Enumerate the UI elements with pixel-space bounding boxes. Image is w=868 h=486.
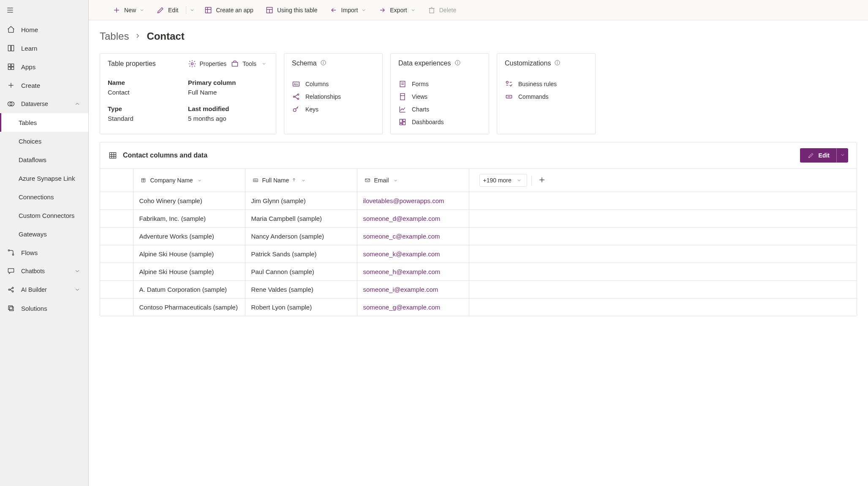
link-dashboards[interactable]: Dashboards xyxy=(398,118,481,126)
cmd-export[interactable]: Export xyxy=(373,3,420,18)
link-relationships[interactable]: Relationships xyxy=(292,92,375,101)
cell-fullname[interactable]: Jim Glynn (sample) xyxy=(245,192,357,210)
nav-dataflows[interactable]: Dataflows xyxy=(0,150,88,169)
mail-icon xyxy=(363,176,372,185)
cell-email[interactable]: someone_g@example.com xyxy=(357,299,469,316)
cell-email[interactable]: someone_h@example.com xyxy=(357,263,469,281)
table-row[interactable]: A. Datum Corporation (sample)Rene Valdes… xyxy=(100,281,857,299)
nav-dataverse[interactable]: Dataverse xyxy=(0,95,88,113)
cell-email[interactable]: someone_c@example.com xyxy=(357,228,469,245)
nav-learn[interactable]: Learn xyxy=(0,39,88,57)
nav-home[interactable]: Home xyxy=(0,20,88,39)
col-header-email[interactable]: Email xyxy=(357,169,469,192)
cell-company[interactable]: Fabrikam, Inc. (sample) xyxy=(133,210,245,228)
nav-apps[interactable]: Apps xyxy=(0,57,88,76)
nav-ai-builder[interactable]: AI Builder xyxy=(0,280,88,299)
breadcrumb-root[interactable]: Tables xyxy=(100,30,129,42)
cell-company[interactable]: Coho Winery (sample) xyxy=(133,192,245,210)
row-selector[interactable] xyxy=(100,263,133,281)
cell-fullname[interactable]: Paul Cannon (sample) xyxy=(245,263,357,281)
cell-company[interactable]: A. Datum Corporation (sample) xyxy=(133,281,245,299)
command-bar: New Edit Create an app Using this table xyxy=(89,0,868,20)
email-link[interactable]: someone_h@example.com xyxy=(363,268,441,275)
cell-company[interactable]: Contoso Pharmaceuticals (sample) xyxy=(133,299,245,316)
table-row[interactable]: Contoso Pharmaceuticals (sample)Robert L… xyxy=(100,299,857,316)
link-views[interactable]: Views xyxy=(398,92,481,101)
table-row[interactable]: Alpine Ski House (sample)Patrick Sands (… xyxy=(100,245,857,263)
row-selector[interactable] xyxy=(100,192,133,210)
info-icon[interactable] xyxy=(451,60,461,67)
hamburger-button[interactable] xyxy=(0,0,88,20)
info-icon[interactable] xyxy=(551,60,561,67)
link-keys[interactable]: Keys xyxy=(292,105,375,114)
nav-label: Home xyxy=(21,26,38,33)
cmd-using-table[interactable]: Using this table xyxy=(260,3,323,18)
cmd-new[interactable]: New xyxy=(107,3,150,18)
cell-fullname[interactable]: Rene Valdes (sample) xyxy=(245,281,357,299)
cell-company[interactable]: Alpine Ski House (sample) xyxy=(133,245,245,263)
row-selector[interactable] xyxy=(100,299,133,316)
cmd-create-app[interactable]: Create an app xyxy=(199,3,258,18)
cell-fullname[interactable]: Robert Lyon (sample) xyxy=(245,299,357,316)
email-link[interactable]: someone_d@example.com xyxy=(363,215,441,222)
nav-choices[interactable]: Choices xyxy=(0,132,88,150)
email-link[interactable]: someone_i@example.com xyxy=(363,286,438,293)
link-charts[interactable]: Charts xyxy=(398,105,481,114)
nav-chatbots[interactable]: Chatbots xyxy=(0,262,88,280)
cell-email[interactable]: someone_d@example.com xyxy=(357,210,469,228)
email-link[interactable]: someone_k@example.com xyxy=(363,250,440,258)
data-grid: Company Name Full Name xyxy=(100,168,857,316)
prop-name-label: Name xyxy=(108,79,188,86)
cell-company[interactable]: Adventure Works (sample) xyxy=(133,228,245,245)
action-tools[interactable]: Tools xyxy=(231,60,268,68)
nav-custom-connectors[interactable]: Custom Connectors xyxy=(0,206,88,225)
cmd-edit-dropdown[interactable] xyxy=(189,4,197,16)
chat-icon xyxy=(7,267,15,275)
nav-gateways[interactable]: Gateways xyxy=(0,225,88,243)
table-row[interactable]: Fabrikam, Inc. (sample)Maria Campbell (s… xyxy=(100,210,857,228)
row-selector[interactable] xyxy=(100,245,133,263)
add-column-button[interactable] xyxy=(531,176,546,185)
cell-company[interactable]: Alpine Ski House (sample) xyxy=(133,263,245,281)
cell-fullname[interactable]: Patrick Sands (sample) xyxy=(245,245,357,263)
link-commands[interactable]: Commands xyxy=(505,92,588,101)
cell-fullname[interactable]: Nancy Anderson (sample) xyxy=(245,228,357,245)
row-selector[interactable] xyxy=(100,281,133,299)
email-link[interactable]: someone_g@example.com xyxy=(363,304,441,311)
layers-icon xyxy=(7,304,15,312)
cell-email[interactable]: someone_k@example.com xyxy=(357,245,469,263)
link-forms[interactable]: Forms xyxy=(398,80,481,88)
cell-email[interactable]: ilovetables@powerapps.com xyxy=(357,192,469,210)
row-selector[interactable] xyxy=(100,228,133,245)
nav-tables[interactable]: Tables xyxy=(0,113,88,132)
col-header-fullname[interactable]: Full Name xyxy=(245,169,357,192)
table-row[interactable]: Coho Winery (sample)Jim Glynn (sample)il… xyxy=(100,192,857,210)
row-selector-header[interactable] xyxy=(100,169,133,192)
edit-dropdown[interactable] xyxy=(836,148,848,163)
action-properties[interactable]: Properties xyxy=(188,60,227,68)
nav-solutions[interactable]: Solutions xyxy=(0,299,88,318)
nav-flows[interactable]: Flows xyxy=(0,243,88,262)
cell-fullname[interactable]: Maria Campbell (sample) xyxy=(245,210,357,228)
col-header-company[interactable]: Company Name xyxy=(133,169,245,192)
cmd-import[interactable]: Import xyxy=(324,3,372,18)
nav-connections[interactable]: Connections xyxy=(0,187,88,206)
cell-email[interactable]: someone_i@example.com xyxy=(357,281,469,299)
email-link[interactable]: someone_c@example.com xyxy=(363,233,440,240)
link-columns[interactable]: Columns xyxy=(292,80,375,88)
cmd-label: Create an app xyxy=(216,7,253,14)
edit-button[interactable]: Edit xyxy=(800,148,836,163)
info-icon[interactable] xyxy=(317,60,327,67)
row-selector[interactable] xyxy=(100,210,133,228)
link-business-rules[interactable]: Business rules xyxy=(505,80,588,88)
nav-create[interactable]: Create xyxy=(0,76,88,95)
prop-modified-value: 5 months ago xyxy=(188,115,268,122)
nav-synapse[interactable]: Azure Synapse Link xyxy=(0,169,88,187)
table-row[interactable]: Alpine Ski House (sample)Paul Cannon (sa… xyxy=(100,263,857,281)
more-columns-button[interactable]: +190 more xyxy=(479,174,527,187)
email-link[interactable]: ilovetables@powerapps.com xyxy=(363,197,444,204)
table-row[interactable]: Adventure Works (sample)Nancy Anderson (… xyxy=(100,228,857,245)
cmd-edit[interactable]: Edit xyxy=(151,3,183,18)
chevron-down-icon xyxy=(515,176,523,185)
link-label: Relationships xyxy=(305,93,341,100)
